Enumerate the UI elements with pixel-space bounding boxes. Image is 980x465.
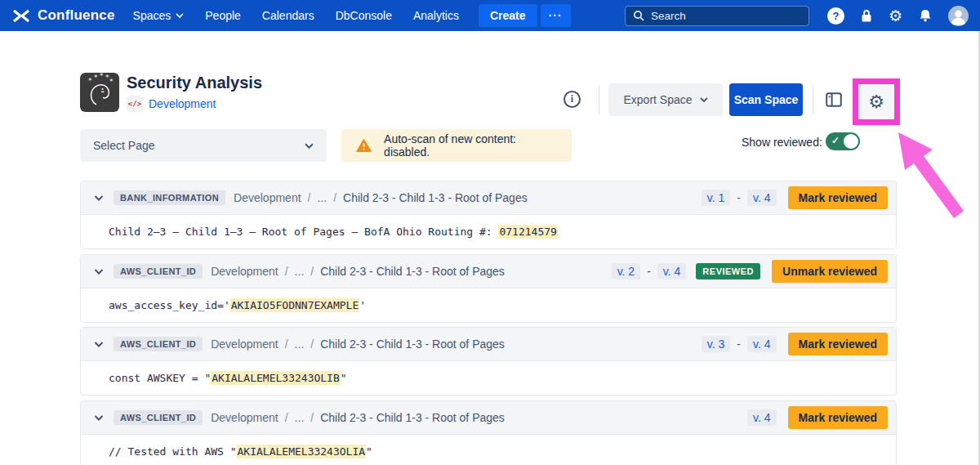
breadcrumb: Development / ... / Child 2-3 - Child 1-… [234, 191, 528, 204]
breadcrumb-page[interactable]: Child 2-3 - Child 1-3 - Root of Pages [320, 338, 505, 351]
version-pill[interactable]: v. 4 [657, 263, 687, 279]
breadcrumb-space[interactable]: Development [211, 265, 278, 278]
breadcrumb: Development / ... / Child 2-3 - Child 1-… [211, 265, 505, 278]
mark-reviewed-button[interactable]: Mark reviewed [788, 406, 889, 429]
version-pill[interactable]: v. 4 [747, 190, 777, 206]
nav-links: Spaces People Calendars DbConsole Analyt… [133, 9, 459, 22]
create-button[interactable]: Create [479, 4, 537, 27]
sidebar-layout-icon [826, 92, 842, 107]
space-settings-gear-button[interactable]: ⚙ [859, 85, 893, 118]
admin-gear-icon[interactable]: ⚙ [889, 8, 902, 24]
annotation-pointer-arrow [887, 123, 969, 225]
matched-secret-highlight: AKIAIO5FODNN7EXAMPLE [230, 298, 360, 312]
svg-text:*: * [100, 73, 104, 80]
finding-type-badge: AWS_CLIENT_ID [114, 410, 203, 425]
scan-space-button[interactable]: Scan Space [729, 83, 803, 116]
matched-secret-highlight: AKIALALEMEL33243OLIA [237, 445, 367, 458]
finding-code-line: // Tested with AWS "AKIALALEMEL33243OLIA… [81, 435, 896, 465]
finding-type-badge: BANK_INFORMATION [114, 190, 225, 205]
nav-item-calendars[interactable]: Calendars [262, 9, 314, 22]
finding-header: BANK_INFORMATION Development / ... / Chi… [81, 181, 896, 215]
collapse-chevron-icon[interactable] [92, 269, 105, 275]
warning-triangle-icon [356, 138, 372, 153]
breadcrumb-page[interactable]: Child 2-3 - Child 1-3 - Root of Pages [343, 191, 528, 204]
breadcrumb-ellipsis[interactable]: ... [295, 265, 305, 278]
finding-type-badge: AWS_CLIENT_ID [114, 264, 203, 279]
finding-code-line: aws_access_key_id='AKIAIO5FODNN7EXAMPLE' [81, 288, 896, 322]
nav-icon-cluster: ? ⚙ [827, 6, 969, 26]
finding-actions: v. 4 Mark reviewed [747, 406, 888, 429]
check-icon: ✓ [831, 135, 840, 146]
help-icon[interactable]: ? [827, 7, 844, 25]
search-placeholder: Search [651, 10, 686, 22]
notifications-bell-icon[interactable] [918, 8, 933, 23]
finding-card: AWS_CLIENT_ID Development / ... / Child … [80, 327, 897, 396]
lock-icon[interactable] [860, 9, 873, 23]
more-menu-button[interactable]: ··· [541, 4, 571, 27]
unmark-reviewed-button[interactable]: Unmark reviewed [772, 260, 888, 283]
chevron-down-icon [176, 13, 184, 18]
annotation-highlight-box: ⚙ [853, 78, 900, 125]
svg-text:*: * [109, 78, 114, 86]
finding-card: AWS_CLIENT_ID Development / ... / Child … [80, 254, 897, 323]
version-pill[interactable]: v. 4 [747, 336, 777, 352]
finding-actions: v. 2 - v. 4 REVIEWED Unmark reviewed [612, 260, 888, 283]
svg-text:*: * [94, 74, 98, 82]
breadcrumb-ellipsis[interactable]: ... [295, 411, 305, 424]
finding-actions: v. 3 - v. 4 Mark reviewed [702, 333, 888, 355]
breadcrumb-page[interactable]: Child 2-3 - Child 1-3 - Root of Pages [320, 411, 505, 424]
breadcrumb-page[interactable]: Child 2-3 - Child 1-3 - Root of Pages [320, 265, 505, 278]
confluence-security-analysis-page: Confluence Spaces People Calendars DbCon… [0, 0, 980, 465]
version-pill[interactable]: v. 3 [702, 336, 731, 352]
search-input[interactable]: Search [625, 6, 809, 26]
finding-card: AWS_CLIENT_ID Development / ... / Child … [80, 400, 897, 465]
finding-header: AWS_CLIENT_ID Development / ... / Child … [81, 401, 896, 435]
page-title: Security Analysis [127, 74, 262, 92]
finding-actions: v. 1 - v. 4 Mark reviewed [702, 186, 888, 209]
autoscan-warning-text: Auto-scan of new content: disabled. [384, 132, 557, 159]
collapse-chevron-icon[interactable] [92, 415, 105, 421]
sidebar-toggle-button[interactable] [819, 87, 849, 113]
show-reviewed-toggle[interactable]: ✓ [826, 132, 860, 150]
mark-reviewed-button[interactable]: Mark reviewed [788, 333, 889, 355]
export-space-button[interactable]: Export Space [608, 83, 723, 116]
finding-code-line: Child 2–3 – Child 1–3 – Root of Pages – … [81, 215, 896, 248]
info-icon[interactable]: i [564, 91, 581, 108]
version-pill[interactable]: v. 2 [612, 263, 641, 279]
breadcrumb-space[interactable]: Development [211, 411, 278, 424]
nav-item-spaces[interactable]: Spaces [133, 9, 185, 22]
space-avatar[interactable]: *** ** [80, 73, 119, 112]
select-page-dropdown[interactable]: Select Page [80, 129, 327, 162]
user-avatar[interactable] [948, 6, 969, 26]
nav-item-people[interactable]: People [205, 9, 241, 22]
breadcrumb-space[interactable]: Development [234, 191, 301, 204]
reviewed-status-badge: REVIEWED [696, 263, 760, 279]
breadcrumb-space[interactable]: Development [211, 338, 278, 351]
show-reviewed-label: Show reviewed: [742, 136, 822, 149]
confluence-brand[interactable]: Confluence [11, 7, 115, 24]
version-pill[interactable]: v. 4 [747, 409, 777, 426]
mark-reviewed-button[interactable]: Mark reviewed [788, 186, 889, 209]
finding-header: AWS_CLIENT_ID Development / ... / Child … [81, 328, 896, 361]
search-icon [633, 10, 644, 21]
collapse-chevron-icon[interactable] [92, 195, 105, 201]
chevron-down-icon [700, 97, 708, 102]
collapse-chevron-icon[interactable] [92, 342, 105, 347]
breadcrumb: Development / ... / Child 2-3 - Child 1-… [211, 411, 505, 424]
finding-code-line: const AWSKEY = "AKIALALEMEL33243OLIB" [81, 361, 896, 395]
matched-secret-highlight: 071214579 [498, 225, 557, 239]
finding-header: AWS_CLIENT_ID Development / ... / Child … [81, 255, 896, 288]
breadcrumb-ellipsis[interactable]: ... [295, 338, 305, 351]
confluence-logo-icon [11, 9, 31, 23]
finding-card: BANK_INFORMATION Development / ... / Chi… [80, 181, 897, 249]
nav-item-dbconsole[interactable]: DbConsole [336, 9, 392, 22]
version-pill[interactable]: v. 1 [702, 190, 731, 206]
breadcrumb: Development / ... / Child 2-3 - Child 1-… [211, 338, 505, 351]
svg-text:*: * [88, 77, 92, 85]
space-subheader: </> Development [127, 96, 216, 112]
divider [813, 85, 813, 114]
autoscan-warning-banner: Auto-scan of new content: disabled. [341, 129, 572, 162]
breadcrumb-ellipsis[interactable]: ... [317, 191, 327, 204]
space-link-development[interactable]: Development [149, 97, 216, 110]
nav-item-analytics[interactable]: Analytics [413, 9, 459, 22]
